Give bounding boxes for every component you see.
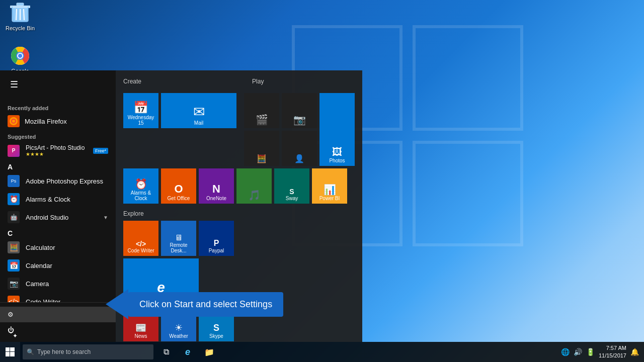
app-list: Recently added Mozilla Firefox Suggested (0, 99, 116, 302)
settings-item[interactable]: ⚙ (0, 307, 116, 322)
picsart-badge: Free* (93, 148, 108, 154)
camera-tile-icon: 📷 (293, 114, 306, 126)
battery-icon[interactable]: 🔋 (586, 348, 595, 356)
edge-taskbar-button[interactable]: e (178, 342, 198, 362)
tiles-row-3: </> Code Writer 🖥 Remote Desk... P Paypa… (123, 221, 355, 256)
picsart-stars: ★★★★ (26, 151, 85, 157)
alarms-tile[interactable]: ⏰ Alarms & Clock (123, 168, 158, 204)
volume-icon[interactable]: 🔊 (574, 348, 582, 356)
skype-icon: S (213, 323, 219, 333)
alarms-label: Alarms & Clock (26, 196, 70, 203)
clock[interactable]: 7:57 AM 11/15/2017 (599, 344, 626, 360)
sway-icon: S (289, 188, 294, 196)
mail-tile-label: Mail (194, 120, 203, 126)
picsart-item[interactable]: P PicsArt - Photo Studio ★★★★ Free* (0, 141, 116, 160)
weather-icon: ☀ (175, 322, 183, 333)
onenote-icon: N (212, 183, 220, 196)
people-tile[interactable]: 👤 (282, 131, 317, 166)
recently-added-header: Recently added (0, 101, 116, 113)
remote-desktop-icon: 🖥 (175, 233, 183, 242)
network-icon[interactable]: 🌐 (561, 348, 570, 356)
android-expand-icon: ▼ (103, 215, 108, 220)
movies-tile[interactable]: 🎬 (244, 93, 279, 128)
chrome-image (10, 45, 31, 66)
firefox-label: Mozilla Firefox (25, 118, 67, 125)
remote-desktop-tile[interactable]: 🖥 Remote Desk... (161, 221, 196, 256)
paypal-icon: P (214, 239, 219, 248)
calendar-tile[interactable]: 📅 Wednesday 15 (123, 93, 158, 128)
code-writer-label: Code Writer (26, 298, 60, 303)
tooltip-container: Click on Start and select Settings (106, 289, 283, 319)
calc-tile[interactable]: 🧮 (244, 131, 279, 166)
picsart-info: PicsArt - Photo Studio ★★★★ (26, 144, 85, 157)
news-icon: 📰 (135, 322, 146, 333)
task-view-icon: ⧉ (164, 347, 169, 356)
create-label: Create (123, 78, 141, 85)
code-writer-item[interactable]: </> Code Writer (0, 293, 116, 302)
people-tile-icon: 👤 (294, 154, 304, 163)
calculator-icon: 🧮 (8, 241, 20, 253)
alarms-item[interactable]: ⏰ Alarms & Clock (0, 190, 116, 208)
power-bi-icon: 📊 (324, 184, 336, 196)
search-icon: 🔍 (27, 348, 34, 355)
taskbar: 🔍 ⧉ e 📁 🌐 🔊 🔋 7:57 AM 11/15/2017 🔔 (0, 342, 644, 362)
news-label: News (134, 333, 147, 339)
calendar-icon: 📅 (8, 259, 20, 272)
search-input[interactable] (37, 348, 138, 355)
task-view-button[interactable]: ⧉ (156, 342, 176, 362)
tooltip-box: Click on Start and select Settings (128, 292, 283, 317)
calendar-tile-icon: 📅 (133, 101, 148, 115)
tooltip-arrow (106, 289, 128, 319)
notification-icon[interactable]: 🔔 (630, 348, 639, 356)
tiles-row-2: ⏰ Alarms & Clock O Get Office N OneNote … (123, 168, 355, 204)
windows-logo-icon (6, 347, 15, 356)
cursor-position: ✦ (13, 332, 18, 339)
svg-line-5 (24, 9, 24, 20)
alpha-c: C (0, 226, 116, 238)
skype-label: Skype (209, 333, 223, 339)
svg-line-3 (16, 9, 17, 20)
groove-tile[interactable]: 🎵 (236, 168, 272, 204)
alpha-a: A (0, 160, 116, 172)
calc-tile-icon: 🧮 (257, 154, 267, 163)
remote-desktop-label: Remote Desk... (164, 242, 194, 253)
camera-item[interactable]: 📷 Camera (0, 275, 116, 293)
time-display: 7:57 AM (599, 344, 626, 352)
onenote-tile-label: OneNote (206, 196, 226, 201)
firefox-item[interactable]: Mozilla Firefox (0, 113, 116, 130)
code-writer-tile[interactable]: </> Code Writer (123, 221, 158, 256)
android-studio-item[interactable]: 🤖 Android Studio ▼ (0, 208, 116, 226)
calendar-item[interactable]: 📅 Calendar (0, 256, 116, 275)
power-bi-tile[interactable]: 📊 Power BI (312, 168, 347, 204)
camera-label: Camera (26, 280, 49, 288)
recycle-bin-icon[interactable]: Recycle Bin (3, 3, 38, 31)
onenote-tile[interactable]: N OneNote (199, 168, 234, 204)
calendar-tile-label: Wednesday 15 (126, 115, 156, 126)
get-office-tile[interactable]: O Get Office (161, 168, 196, 204)
picsart-icon: P (8, 145, 20, 157)
photos-tile[interactable]: 🖼 Photos (319, 93, 355, 166)
code-writer-tile-icon: </> (136, 240, 146, 248)
camera-tile[interactable]: 📷 (282, 93, 317, 128)
explore-label: Explore (123, 210, 144, 217)
firefox-icon (8, 115, 20, 127)
groove-icon: 🎵 (248, 189, 261, 201)
sway-tile[interactable]: S Sway (274, 168, 309, 204)
svg-rect-1 (10, 6, 30, 8)
code-writer-tile-label: Code Writer (127, 248, 154, 253)
file-explorer-button[interactable]: 📁 (199, 342, 219, 362)
mail-tile[interactable]: ✉ Mail (161, 93, 236, 128)
paypal-tile[interactable]: P Paypal (199, 221, 234, 256)
search-bar[interactable]: 🔍 (23, 344, 153, 359)
power-bi-label: Power BI (319, 196, 340, 201)
movies-icon: 🎬 (256, 114, 268, 126)
calculator-item[interactable]: 🧮 Calculator (0, 238, 116, 256)
start-button[interactable] (0, 342, 20, 362)
adobe-photoshop-item[interactable]: Ps Adobe Photoshop Express (0, 172, 116, 190)
picsart-name: PicsArt - Photo Studio (26, 144, 85, 151)
suggested-header: Suggested (0, 130, 116, 141)
hamburger-button[interactable]: ☰ (8, 76, 21, 93)
play-label: Play (252, 78, 264, 85)
office-tile-icon: O (174, 183, 183, 196)
paypal-label: Paypal (209, 248, 224, 253)
